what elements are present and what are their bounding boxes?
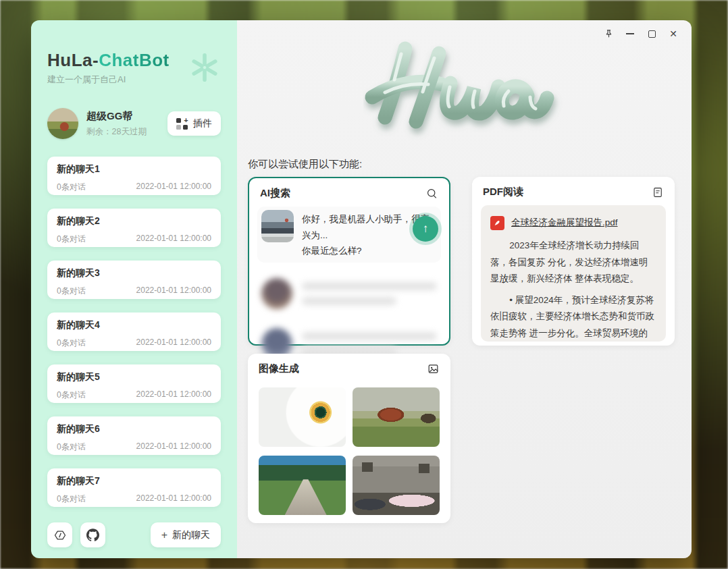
chat-meta: 0条对话 2022-01-01 12:00:00 — [57, 493, 211, 505]
generated-image-daisy[interactable] — [259, 387, 346, 447]
chat-time: 2022-01-01 12:00:00 — [136, 234, 211, 245]
chat-title: 新的聊天4 — [57, 319, 211, 331]
chat-count: 0条对话 — [57, 389, 86, 401]
blurred-message-row-1 — [257, 275, 441, 313]
app-window: HuLa-ChatBot 建立一个属于自己AI — [31, 20, 692, 558]
pdf-reader-card[interactable]: PDF阅读 全球经济金融展望报告.pdf 2023年全球经济增长动力 — [472, 177, 675, 346]
bot-avatar — [261, 210, 294, 242]
chat-count: 0条对话 — [57, 337, 86, 349]
close-icon: ✕ — [669, 28, 677, 39]
chat-meta: 0条对话 2022-01-01 12:00:00 — [57, 234, 211, 245]
user-meta: 超级GG帮 剩余：28天过期 — [86, 110, 167, 138]
openai-logo-icon — [188, 51, 221, 86]
close-button[interactable]: ✕ — [665, 26, 682, 42]
image-icon — [427, 362, 440, 375]
chat-list-item-7[interactable]: 新的聊天7 0条对话 2022-01-01 12:00:00 — [47, 468, 221, 507]
plus-icon: + — [161, 529, 167, 541]
titlebar-controls: ✕ — [600, 26, 682, 42]
chat-count: 0条对话 — [57, 182, 86, 193]
chat-meta: 0条对话 2022-01-01 12:00:00 — [57, 286, 211, 297]
chat-list-item-3[interactable]: 新的聊天3 0条对话 2022-01-01 12:00:00 — [47, 261, 221, 299]
arrow-up-icon: ↑ — [423, 222, 429, 236]
chat-title: 新的聊天5 — [57, 371, 211, 383]
search-icon — [425, 187, 438, 200]
user-name: 超级GG帮 — [86, 110, 167, 123]
maximize-icon — [648, 30, 656, 38]
chat-list: 新的聊天1 0条对话 2022-01-01 12:00:00 新的聊天2 0条对… — [47, 157, 221, 507]
pdf-file-row: 全球经济金融展望报告.pdf — [490, 215, 656, 231]
hexagon-slash-icon — [53, 529, 67, 542]
chat-count: 0条对话 — [57, 493, 86, 505]
pdf-header: PDF阅读 — [472, 177, 675, 204]
chat-title: 新的聊天2 — [57, 215, 211, 227]
user-expiry: 剩余：28天过期 — [86, 126, 167, 138]
chat-list-item-2[interactable]: 新的聊天2 0条对话 2022-01-01 12:00:00 — [47, 209, 221, 247]
pdf-paragraph-2: • 展望2024年，预计全球经济复苏将依旧疲软，主要经济体增长态势和货币政策走势… — [490, 292, 656, 342]
image-gen-header: 图像生成 — [248, 354, 450, 381]
chat-time: 2022-01-01 12:00:00 — [136, 286, 211, 297]
chat-count: 0条对话 — [57, 234, 86, 245]
chat-list-item-4[interactable]: 新的聊天4 0条对话 2022-01-01 12:00:00 — [47, 313, 221, 351]
user-row: 超级GG帮 剩余：28天过期 + 插件 — [47, 108, 221, 139]
plugin-button-label: 插件 — [193, 117, 212, 130]
pin-button[interactable] — [600, 26, 617, 42]
maximize-button[interactable] — [643, 26, 660, 42]
hula-3d-logo — [363, 32, 566, 143]
pdf-file-link[interactable]: 全球经济金融展望报告.pdf — [511, 215, 618, 231]
bot-message-line-2: 你最近怎么样? — [302, 243, 437, 259]
image-gen-title: 图像生成 — [259, 362, 299, 375]
send-button[interactable]: ↑ — [413, 216, 438, 242]
chat-list-item-1[interactable]: 新的聊天1 0条对话 2022-01-01 12:00:00 — [47, 157, 221, 195]
ai-search-header: AI搜索 — [249, 178, 449, 205]
chat-title: 新的聊天6 — [57, 423, 211, 435]
image-generation-card[interactable]: 图像生成 — [248, 354, 450, 523]
brand-row: HuLa-ChatBot 建立一个属于自己AI — [47, 50, 221, 86]
chat-count: 0条对话 — [57, 441, 86, 453]
pdf-paragraph-1: 2023年全球经济增长动力持续回落，各国复苏 分化，发达经济体增速明显放缓，新兴… — [490, 238, 656, 287]
app-title: HuLa-ChatBot — [47, 50, 170, 71]
minimize-icon — [626, 33, 634, 34]
new-chat-label: 新的聊天 — [172, 529, 210, 541]
hexagon-slash-button[interactable] — [47, 522, 72, 547]
pdf-file-icon — [490, 216, 504, 230]
chat-time: 2022-01-01 12:00:00 — [136, 441, 211, 453]
github-icon — [86, 529, 99, 541]
ai-search-title: AI搜索 — [260, 187, 290, 200]
ai-search-card[interactable]: AI搜索 你好，我是机器人小助手，很高兴为... 你最近怎么样? ↑ — [248, 177, 450, 346]
new-chat-button[interactable]: + 新的聊天 — [151, 522, 221, 547]
chat-meta: 0条对话 2022-01-01 12:00:00 — [57, 441, 211, 453]
blurred-text — [302, 282, 437, 305]
app-title-accent: ChatBot — [99, 50, 170, 70]
document-icon — [652, 186, 664, 198]
user-avatar[interactable] — [47, 108, 78, 139]
chat-time: 2022-01-01 12:00:00 — [136, 493, 211, 505]
features-hint: 你可以尝试使用以下功能: — [248, 158, 362, 171]
generated-image-farm[interactable] — [353, 387, 440, 447]
chat-time: 2022-01-01 12:00:00 — [136, 337, 211, 349]
plugin-button[interactable]: + 插件 — [167, 111, 221, 136]
chat-time: 2022-01-01 12:00:00 — [136, 389, 211, 401]
chat-meta: 0条对话 2022-01-01 12:00:00 — [57, 337, 211, 349]
app-title-primary: HuLa- — [47, 50, 99, 70]
chat-title: 新的聊天7 — [57, 475, 211, 487]
chat-count: 0条对话 — [57, 286, 86, 297]
chat-meta: 0条对话 2022-01-01 12:00:00 — [57, 389, 211, 401]
sidebar-footer: + 新的聊天 — [47, 522, 221, 547]
main-area: ✕ — [237, 20, 692, 558]
github-button[interactable] — [80, 522, 105, 547]
sidebar: HuLa-ChatBot 建立一个属于自己AI — [31, 20, 237, 558]
pdf-preview-box: 全球经济金融展望报告.pdf 2023年全球经济增长动力持续回落，各国复苏 分化… — [481, 205, 666, 342]
chat-title: 新的聊天3 — [57, 267, 211, 279]
blurred-text — [302, 332, 437, 355]
chat-list-item-6[interactable]: 新的聊天6 0条对话 2022-01-01 12:00:00 — [47, 416, 221, 455]
minimize-button[interactable] — [621, 26, 639, 42]
plugin-blocks-icon: + — [176, 118, 188, 130]
bot-message-row: 你好，我是机器人小助手，很高兴为... 你最近怎么样? ↑ — [257, 207, 441, 263]
chat-meta: 0条对话 2022-01-01 12:00:00 — [57, 182, 211, 193]
blurred-avatar — [261, 278, 292, 309]
generated-image-path[interactable] — [259, 456, 346, 515]
chat-title: 新的聊天1 — [57, 163, 211, 175]
generated-image-building-cars[interactable] — [353, 456, 440, 515]
chat-time: 2022-01-01 12:00:00 — [136, 182, 211, 193]
chat-list-item-5[interactable]: 新的聊天5 0条对话 2022-01-01 12:00:00 — [47, 364, 221, 403]
